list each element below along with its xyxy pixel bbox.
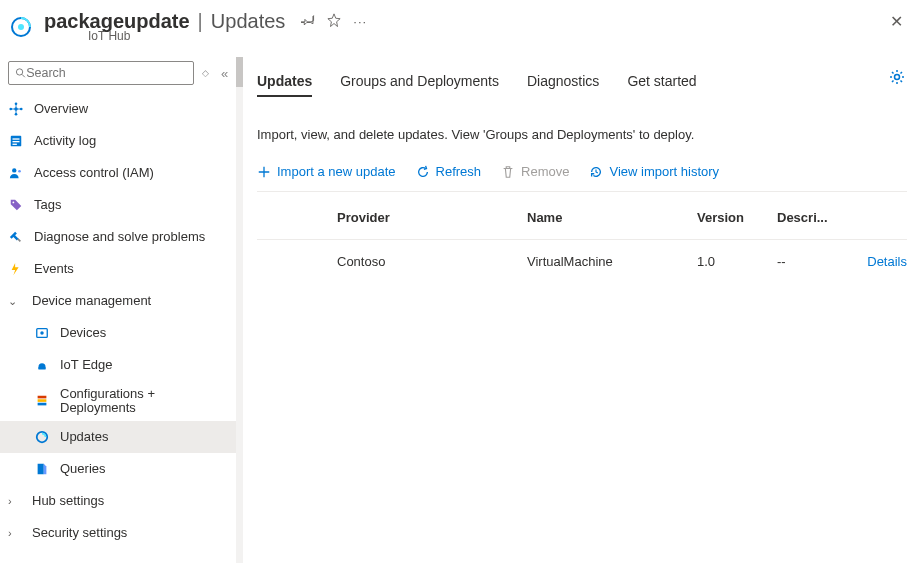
search-input[interactable] [26, 66, 187, 80]
svg-rect-24 [38, 403, 47, 406]
collapse-sidebar-icon[interactable]: « [221, 66, 228, 81]
updates-icon [34, 429, 50, 445]
iam-icon [8, 165, 24, 181]
sidebar-item-updates[interactable]: Updates [0, 421, 236, 453]
svg-point-19 [13, 202, 15, 204]
expand-toggle-icon[interactable]: ◇ [202, 68, 209, 78]
sidebar-group-device-management[interactable]: ⌄ Device management [0, 285, 236, 317]
events-icon [8, 261, 24, 277]
sidebar-item-iam[interactable]: Access control (IAM) [0, 157, 236, 189]
tab-bar: Updates Groups and Deployments Diagnosti… [257, 65, 907, 99]
svg-rect-22 [38, 396, 47, 399]
tab-diagnostics[interactable]: Diagnostics [527, 65, 599, 99]
trash-icon [501, 165, 515, 179]
sidebar-scrollbar[interactable] [236, 57, 243, 563]
svg-point-18 [18, 170, 21, 173]
updates-table: Provider Name Version Descri... Contoso … [257, 196, 907, 283]
history-icon [589, 165, 603, 179]
table-row[interactable]: Contoso VirtualMachine 1.0 -- Details [257, 240, 907, 283]
sidebar-item-events[interactable]: Events [0, 253, 236, 285]
sidebar-group-hub-settings[interactable]: › Hub settings [0, 485, 236, 517]
config-icon [34, 393, 50, 409]
sidebar-item-iot-edge[interactable]: IoT Edge [0, 349, 236, 381]
svg-point-2 [16, 69, 22, 75]
sidebar-item-overview[interactable]: Overview [0, 93, 236, 125]
activity-log-icon [8, 133, 24, 149]
sidebar-item-devices[interactable]: Devices [0, 317, 236, 349]
more-icon[interactable]: ··· [353, 14, 367, 29]
cell-name: VirtualMachine [527, 254, 697, 269]
svg-rect-26 [38, 464, 44, 475]
col-version: Version [697, 210, 777, 225]
iot-hub-icon [8, 14, 34, 40]
page-title: Updates [211, 10, 286, 33]
page-header: packageupdate | Updates ··· ✕ IoT Hub [0, 0, 921, 57]
pin-icon[interactable] [301, 13, 315, 30]
table-header: Provider Name Version Descri... [257, 196, 907, 240]
refresh-button[interactable]: Refresh [416, 164, 482, 179]
tab-updates[interactable]: Updates [257, 65, 312, 99]
sidebar-item-queries[interactable]: Queries [0, 453, 236, 485]
cell-version: 1.0 [697, 254, 777, 269]
devices-icon [34, 325, 50, 341]
search-box[interactable] [8, 61, 194, 85]
chevron-right-icon: › [8, 527, 22, 539]
svg-point-21 [40, 331, 44, 335]
svg-rect-16 [13, 144, 17, 145]
sidebar-item-activity-log[interactable]: Activity log [0, 125, 236, 157]
remove-button: Remove [501, 164, 569, 179]
plus-icon [257, 165, 271, 179]
page-description: Import, view, and delete updates. View '… [257, 127, 907, 142]
overview-icon [8, 101, 24, 117]
svg-rect-15 [13, 141, 20, 142]
svg-point-1 [18, 24, 24, 30]
col-provider: Provider [337, 210, 527, 225]
tab-groups[interactable]: Groups and Deployments [340, 65, 499, 99]
svg-point-27 [895, 75, 900, 80]
col-descri: Descri... [777, 210, 847, 225]
sidebar-nav: Overview Activity log Access control (IA… [0, 93, 236, 563]
search-icon [15, 67, 26, 79]
gear-icon[interactable] [889, 69, 905, 88]
details-link[interactable]: Details [847, 254, 907, 269]
import-button[interactable]: Import a new update [257, 164, 396, 179]
scrollbar-thumb[interactable] [236, 57, 243, 87]
svg-rect-23 [38, 399, 47, 402]
sidebar: ◇ « Overview Activity log Access cont [0, 57, 236, 563]
col-name: Name [527, 210, 697, 225]
sidebar-item-tags[interactable]: Tags [0, 189, 236, 221]
sidebar-item-configurations[interactable]: Configurations + Deployments [0, 381, 236, 421]
history-button[interactable]: View import history [589, 164, 719, 179]
svg-point-17 [12, 168, 16, 172]
tab-get-started[interactable]: Get started [627, 65, 696, 99]
cell-provider: Contoso [337, 254, 527, 269]
command-bar: Import a new update Refresh Remove View … [257, 164, 907, 192]
tags-icon [8, 197, 24, 213]
chevron-right-icon: › [8, 495, 22, 507]
cell-descri: -- [777, 254, 847, 269]
close-icon[interactable]: ✕ [890, 12, 903, 31]
sidebar-group-security-settings[interactable]: › Security settings [0, 517, 236, 549]
title-sep: | [198, 10, 203, 33]
svg-rect-14 [13, 138, 20, 139]
chevron-down-icon: ⌄ [8, 295, 22, 308]
diagnose-icon [8, 229, 24, 245]
refresh-icon [416, 165, 430, 179]
sidebar-item-diagnose[interactable]: Diagnose and solve problems [0, 221, 236, 253]
favorite-icon[interactable] [327, 13, 341, 30]
iot-edge-icon [34, 357, 50, 373]
queries-icon [34, 461, 50, 477]
main-content: Updates Groups and Deployments Diagnosti… [243, 57, 921, 563]
svg-line-3 [22, 74, 25, 77]
